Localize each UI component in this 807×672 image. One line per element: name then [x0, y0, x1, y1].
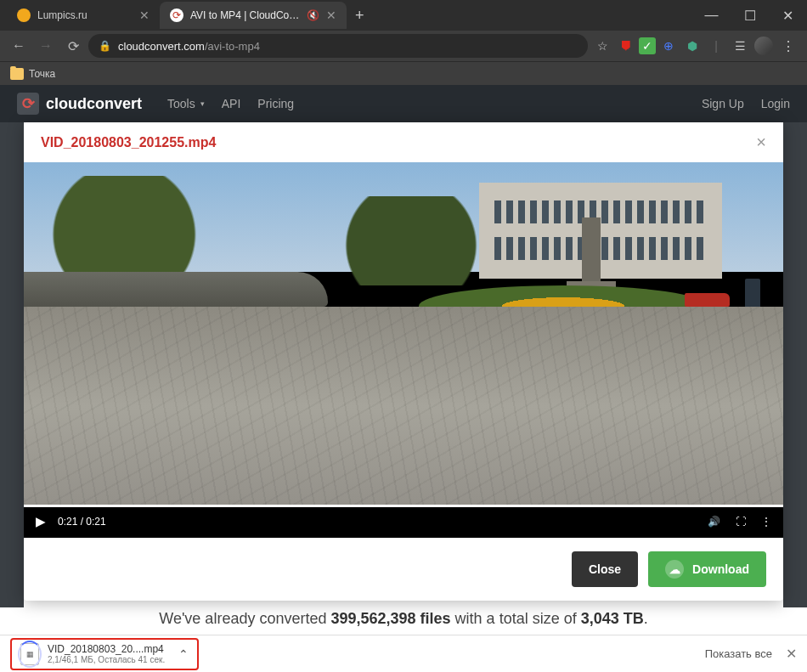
bookmark-label: Точка — [29, 68, 55, 80]
separator: | — [705, 35, 727, 57]
nav-api[interactable]: API — [222, 97, 241, 110]
file-icon: ▦ — [20, 643, 39, 665]
stats-line: We've already converted 399,562,398 file… — [0, 603, 807, 635]
site-header: cloudconvert Tools▾ API Pricing Sign Up … — [0, 85, 807, 122]
download-icon: ☁ — [665, 560, 684, 579]
logo-icon — [17, 93, 39, 115]
overlay-right — [783, 122, 807, 607]
page: cloudconvert Tools▾ API Pricing Sign Up … — [0, 85, 807, 635]
bookmarks-bar: Точка — [0, 61, 807, 85]
video-menu-icon[interactable]: ⋮ — [761, 516, 771, 528]
tab-title: Lumpics.ru — [37, 9, 133, 21]
bookmark-folder[interactable]: Точка — [10, 68, 55, 80]
close-window-button[interactable]: ✕ — [769, 0, 807, 31]
window-controls: — ☐ ✕ — [692, 0, 807, 31]
volume-icon[interactable]: 🔊 — [708, 516, 720, 528]
globe-icon[interactable]: ⊕ — [657, 35, 680, 57]
auth-nav: Sign Up Login — [702, 97, 790, 110]
brand-bold: convert — [87, 95, 142, 112]
video-player[interactable]: ▶ 0:21 / 0:21 🔊 ⛶ ⋮ — [24, 162, 783, 538]
new-tab-button[interactable]: + — [347, 7, 373, 25]
toolbar-icons: ☆ ⛊ ✓ ⊕ ⬢ | ☰ ⋮ — [591, 35, 800, 57]
video-frame — [24, 162, 783, 505]
download-file-info: VID_20180803_20....mp4 2,1/46,1 МБ, Оста… — [48, 643, 165, 664]
back-button[interactable]: ← — [7, 34, 31, 58]
tab-strip: Lumpics.ru ✕ ⟳ AVI to MP4 | CloudConvert… — [0, 2, 692, 29]
favicon-icon: ⟳ — [170, 8, 183, 22]
overlay-left — [0, 122, 24, 607]
browser-menu-button[interactable]: ⋮ — [776, 38, 800, 54]
modal-header: VID_20180803_201255.mp4 × — [24, 122, 783, 162]
minimize-button[interactable]: — — [692, 0, 731, 31]
modal-close-button[interactable]: × — [756, 133, 766, 152]
close-button[interactable]: Close — [572, 551, 638, 587]
titlebar: Lumpics.ru ✕ ⟳ AVI to MP4 | CloudConvert… — [0, 0, 807, 31]
primary-nav: Tools▾ API Pricing — [167, 97, 294, 110]
fullscreen-icon[interactable]: ⛶ — [736, 516, 746, 528]
tab-lumpics[interactable]: Lumpics.ru ✕ — [7, 2, 160, 29]
nav-login[interactable]: Login — [761, 97, 790, 110]
page-body: VID_20180803_201255.mp4 × — [0, 122, 807, 635]
avatar[interactable] — [753, 35, 775, 57]
close-tab-icon[interactable]: ✕ — [326, 8, 336, 22]
preview-modal: VID_20180803_201255.mp4 × — [24, 122, 783, 601]
download-shelf: ▦ VID_20180803_20....mp4 2,1/46,1 МБ, Ос… — [0, 635, 807, 672]
folder-icon — [10, 68, 24, 80]
site-logo[interactable]: cloudconvert — [17, 93, 142, 115]
toolbar: ← → ⟳ 🔒 cloudconvert.com/avi-to-mp4 ☆ ⛊ … — [0, 31, 807, 61]
close-shelf-button[interactable]: ✕ — [786, 646, 797, 662]
forward-button[interactable]: → — [34, 34, 58, 58]
download-rate: 2,1/46,1 МБ, Осталась 41 сек. — [48, 655, 165, 664]
address-bar[interactable]: 🔒 cloudconvert.com/avi-to-mp4 — [88, 34, 588, 58]
nav-pricing[interactable]: Pricing — [257, 97, 294, 110]
chevron-up-icon[interactable]: ⌃ — [178, 647, 189, 661]
close-tab-icon[interactable]: ✕ — [139, 8, 150, 22]
tab-cloudconvert[interactable]: ⟳ AVI to MP4 | CloudConvert 🔇 ✕ — [160, 2, 347, 29]
reload-button[interactable]: ⟳ — [61, 34, 85, 58]
nav-tools[interactable]: Tools▾ — [167, 97, 205, 110]
star-icon[interactable]: ☆ — [591, 35, 613, 57]
favicon-icon — [17, 8, 31, 22]
download-item[interactable]: ▦ VID_20180803_20....mp4 2,1/46,1 МБ, Ос… — [10, 638, 199, 670]
extension-icon[interactable]: ⬢ — [681, 35, 703, 57]
brand-light: cloud — [46, 95, 87, 112]
adguard-icon[interactable]: ✓ — [639, 37, 656, 54]
play-button[interactable]: ▶ — [36, 514, 46, 529]
lock-icon: 🔒 — [99, 40, 111, 52]
modal-title: VID_20180803_201255.mp4 — [41, 135, 216, 150]
maximize-button[interactable]: ☐ — [731, 0, 769, 31]
reader-icon[interactable]: ☰ — [729, 35, 751, 57]
download-button[interactable]: ☁ Download — [648, 551, 766, 587]
show-all-downloads[interactable]: Показать все — [705, 647, 772, 660]
nav-signup[interactable]: Sign Up — [702, 97, 744, 110]
video-controls: ▶ 0:21 / 0:21 🔊 ⛶ ⋮ — [24, 505, 783, 538]
modal-actions: Close ☁ Download — [24, 538, 783, 601]
tab-title: AVI to MP4 | CloudConvert — [190, 9, 300, 21]
url-text: cloudconvert.com/avi-to-mp4 — [118, 40, 260, 53]
ublock-icon[interactable]: ⛊ — [615, 35, 637, 57]
video-time: 0:21 / 0:21 — [58, 516, 106, 528]
tab-mute-icon[interactable]: 🔇 — [307, 9, 319, 21]
download-filename: VID_20180803_20....mp4 — [48, 643, 165, 655]
browser-chrome: Lumpics.ru ✕ ⟳ AVI to MP4 | CloudConvert… — [0, 0, 807, 85]
